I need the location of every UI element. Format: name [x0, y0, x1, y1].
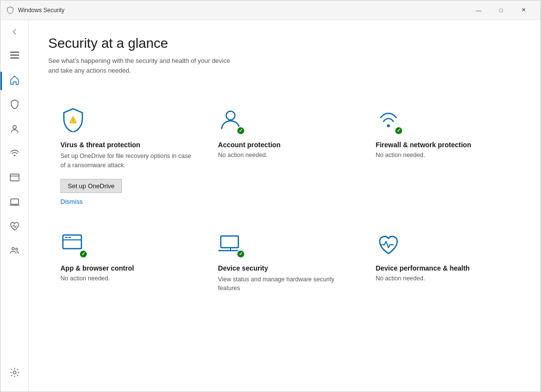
card-health: Device performance & health No action ne… [364, 216, 521, 309]
firewall-check-badge [394, 126, 403, 135]
hamburger-line-2 [10, 55, 19, 56]
hamburger-line-3 [10, 58, 19, 59]
svg-point-11 [387, 124, 390, 127]
sidebar-item-health[interactable] [0, 215, 29, 239]
nav-items [0, 69, 28, 264]
svg-point-1 [14, 155, 15, 157]
settings-area [0, 361, 29, 392]
card-app: App & browser control No action needed. [48, 216, 206, 309]
svg-point-10 [226, 111, 235, 120]
setup-onedrive-button[interactable]: Set up OneDrive [60, 179, 122, 193]
svg-rect-4 [11, 199, 19, 204]
card-devicesec: Device security View status and manage h… [206, 216, 363, 309]
window: Windows Security — □ ✕ [0, 0, 541, 392]
svg-point-8 [13, 371, 16, 374]
main-content: Security at a glance See what's happenin… [29, 20, 541, 392]
card-virus-desc: Set up OneDrive for file recovery option… [60, 152, 193, 170]
devicesec-icon-badge [218, 230, 243, 257]
shield-warning-icon: ! [60, 107, 86, 132]
app-check-badge [79, 250, 88, 258]
cards-grid-bottom: App & browser control No action needed. [48, 216, 521, 309]
window-title: Windows Security [18, 7, 64, 14]
sidebar-item-family[interactable] [0, 239, 29, 264]
shield-icon [9, 99, 20, 112]
card-app-title: App & browser control [60, 264, 193, 272]
dismiss-link[interactable]: Dismiss [60, 198, 83, 205]
svg-text:!: ! [73, 118, 74, 123]
laptop-icon [9, 196, 20, 209]
firewall-icon-badge [376, 107, 401, 134]
card-virus: ! Virus & threat protection Set up OneDr… [48, 93, 206, 216]
close-button[interactable]: ✕ [512, 2, 535, 18]
family-icon [9, 245, 20, 258]
svg-point-7 [16, 248, 18, 250]
account-check-badge [236, 126, 245, 135]
card-firewall-status: No action needed. [376, 152, 509, 158]
icon-sidebar [0, 20, 29, 392]
card-firewall: Firewall & network protection No action … [364, 93, 521, 216]
card-virus-icon: ! [60, 105, 193, 134]
heart-health-icon [376, 232, 401, 257]
card-health-icon [376, 228, 509, 257]
card-virus-title: Virus & threat protection [60, 141, 193, 149]
account-icon-badge [218, 107, 243, 134]
maximize-button[interactable]: □ [490, 2, 512, 18]
card-devicesec-icon [218, 228, 351, 257]
sidebar-item-settings[interactable] [0, 361, 29, 386]
page-title: Security at a glance [48, 36, 521, 51]
card-firewall-icon [376, 105, 509, 134]
card-health-status: No action needed. [376, 275, 509, 282]
sidebar-item-home[interactable] [0, 69, 29, 93]
sidebar-item-device[interactable] [0, 191, 29, 215]
card-account-icon [218, 105, 351, 134]
person-icon [9, 123, 20, 136]
devicesec-check-badge [236, 250, 245, 258]
card-account-title: Account protection [218, 141, 351, 149]
title-shield-icon [6, 6, 14, 14]
card-devicesec-desc: View status and manage hardware security… [218, 275, 351, 294]
hamburger-button[interactable] [5, 45, 24, 65]
svg-point-6 [12, 248, 14, 250]
browser-icon [9, 172, 20, 185]
card-account: Account protection No action needed. [206, 93, 363, 216]
back-icon [11, 28, 19, 36]
card-devicesec-title: Device security [218, 264, 351, 272]
title-bar-controls: — □ ✕ [467, 2, 535, 18]
virus-icon-badge: ! [60, 107, 86, 134]
card-account-status: No action needed. [218, 152, 351, 158]
gear-icon [9, 367, 20, 380]
card-app-status: No action needed. [60, 275, 193, 282]
heart-icon [9, 221, 20, 234]
svg-rect-16 [221, 236, 238, 248]
card-health-title: Device performance & health [376, 264, 509, 272]
hamburger-line-1 [10, 52, 19, 53]
app-shell: Security at a glance See what's happenin… [0, 20, 541, 392]
back-button[interactable] [5, 22, 24, 41]
sidebar-item-app[interactable] [0, 166, 29, 191]
home-icon [9, 75, 20, 87]
svg-rect-2 [10, 174, 19, 181]
minimize-button[interactable]: — [467, 2, 490, 18]
network-icon [9, 148, 20, 160]
card-app-icon [60, 228, 193, 257]
sidebar-item-virus[interactable] [0, 93, 29, 118]
app-icon-badge [60, 230, 86, 257]
title-bar: Windows Security — □ ✕ [0, 0, 541, 20]
card-firewall-title: Firewall & network protection [376, 141, 509, 149]
sidebar-item-account[interactable] [0, 118, 29, 142]
svg-point-0 [13, 126, 16, 129]
page-subtitle: See what's happening with the security a… [48, 56, 521, 75]
title-bar-left: Windows Security [6, 6, 64, 14]
sidebar-item-firewall[interactable] [0, 142, 29, 166]
cards-grid-top: ! Virus & threat protection Set up OneDr… [48, 93, 521, 216]
